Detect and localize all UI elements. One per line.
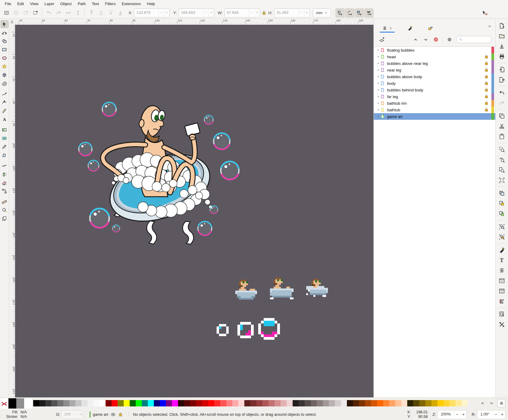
opacity-control[interactable]: O: 100−+ (56, 410, 83, 419)
color-swatch[interactable] (33, 400, 39, 406)
pen-tool[interactable] (1, 98, 8, 106)
layer-visibility-icon[interactable] (110, 412, 116, 417)
layer-row-bubbles-above-body[interactable]: bubbles above body (374, 73, 495, 80)
layer-row-bathtub[interactable]: bathtub (374, 107, 495, 113)
copy-button[interactable] (497, 111, 506, 120)
color-swatch[interactable] (75, 400, 81, 406)
menu-extensions[interactable]: Extensions (119, 1, 144, 7)
new-document-button[interactable] (497, 21, 506, 30)
color-swatch[interactable] (160, 400, 166, 406)
color-swatch[interactable] (293, 400, 299, 406)
zoom-to-selection-button[interactable] (497, 145, 506, 154)
color-swatch[interactable] (347, 400, 353, 406)
layer-row-bubbles-above-near-leg[interactable]: bubbles above near leg (374, 60, 495, 67)
duplicate-button[interactable] (497, 189, 506, 198)
zoom-to-drawing-button[interactable] (497, 155, 506, 164)
current-layer-indicator[interactable]: game art (90, 412, 123, 418)
color-swatch[interactable] (178, 400, 184, 406)
color-swatch[interactable] (456, 400, 462, 406)
paint-bucket-tool[interactable] (1, 151, 8, 159)
gray-swatch[interactable] (16, 398, 24, 409)
height-field[interactable]: 31.493−+ (274, 8, 310, 18)
expand-icon[interactable] (377, 68, 380, 72)
layers-dialog-button[interactable] (497, 266, 506, 275)
menu-file[interactable]: File (2, 1, 14, 7)
x-minus-button[interactable]: − (158, 9, 164, 17)
width-field[interactable]: 57.645−+ (224, 8, 260, 18)
units-dropdown[interactable]: mm (313, 8, 331, 18)
eraser-tool[interactable] (1, 179, 8, 186)
horizontal-ruler[interactable]: 4050607080901001101201301401501601701801… (15, 19, 373, 25)
rotate-cw-spin[interactable]: + (499, 410, 505, 419)
tab-fill-stroke[interactable] (405, 25, 414, 33)
lower-to-bottom-button[interactable] (116, 8, 125, 18)
xml-editor-button[interactable] (497, 276, 506, 285)
color-swatch[interactable] (184, 400, 190, 406)
guide-lock-toggle[interactable] (9, 19, 15, 25)
menu-help[interactable]: Help (144, 1, 158, 7)
close-tab-icon[interactable]: ✕ (389, 26, 392, 30)
snapping-toggle[interactable] (480, 8, 489, 18)
create-clone-button[interactable] (497, 199, 506, 208)
unlink-clone-button[interactable] (497, 209, 506, 218)
flip-horizontal-button[interactable] (64, 8, 73, 18)
spray-tool[interactable] (1, 170, 8, 178)
color-swatch[interactable] (275, 400, 281, 406)
preferences-button[interactable] (497, 320, 506, 329)
color-swatch[interactable] (51, 400, 57, 406)
layer-row-bubbles-behind-body[interactable]: bubbles behind body (374, 87, 495, 93)
print-document-button[interactable] (497, 52, 506, 61)
palette-scroll-down-button[interactable] (488, 400, 495, 407)
color-swatch[interactable] (443, 400, 449, 406)
menu-path[interactable]: Path (75, 1, 89, 7)
spiral-tool[interactable] (1, 79, 8, 87)
menu-object[interactable]: Object (57, 1, 75, 7)
vertical-ruler[interactable]: 5060708090100110120130140150160170180190… (9, 25, 15, 397)
color-swatch[interactable] (172, 400, 178, 406)
color-swatch[interactable] (196, 400, 202, 406)
color-swatch[interactable] (94, 400, 100, 406)
color-swatch[interactable] (202, 400, 208, 406)
lock-icon[interactable] (484, 68, 489, 72)
rotation-control[interactable]: R: 1.00°−+ (471, 410, 506, 419)
expand-icon[interactable] (377, 55, 380, 58)
color-swatch[interactable] (45, 400, 51, 406)
pages-tool[interactable] (1, 215, 8, 222)
layer-row-head[interactable]: head (374, 53, 495, 60)
color-swatch[interactable] (305, 400, 311, 406)
zoom-in-button[interactable]: + (460, 410, 466, 419)
raise-button[interactable] (97, 8, 106, 18)
layer-search-input[interactable] (464, 37, 489, 42)
color-swatch[interactable] (365, 400, 371, 406)
import-button[interactable] (497, 65, 506, 74)
color-swatch[interactable] (112, 400, 118, 406)
layer-row-bathtub-rim[interactable]: bathtub rim (374, 100, 495, 107)
color-swatch[interactable] (81, 400, 87, 406)
color-swatch[interactable] (142, 400, 148, 406)
lock-icon[interactable] (484, 81, 489, 85)
measure-tool[interactable] (1, 198, 8, 205)
color-swatch[interactable] (232, 400, 238, 406)
color-swatch[interactable] (353, 400, 359, 406)
lock-icon[interactable] (484, 74, 489, 79)
white-swatch[interactable] (24, 398, 32, 409)
color-swatch[interactable] (395, 400, 401, 406)
menu-layer[interactable]: Layer (41, 1, 57, 7)
expand-icon[interactable] (377, 62, 380, 65)
affect-corners-toggle[interactable] (345, 8, 354, 18)
menu-view[interactable]: View (27, 1, 41, 7)
layer-row-body[interactable]: body (374, 80, 495, 87)
resize-page-to-selection-button[interactable] (497, 176, 506, 185)
zoom-to-page-button[interactable] (497, 165, 506, 174)
opacity-minus-button[interactable]: − (73, 411, 78, 418)
color-swatch[interactable] (401, 400, 407, 406)
fill-stroke-indicator[interactable]: Fill:N/A Stroke:N/A (2, 410, 42, 419)
box-3d-tool[interactable] (1, 71, 8, 79)
color-swatch[interactable] (449, 400, 456, 406)
expand-icon[interactable] (377, 115, 380, 118)
cut-button[interactable] (497, 122, 506, 131)
expand-icon[interactable] (377, 75, 380, 78)
opacity-plus-button[interactable]: + (78, 411, 83, 418)
y-field[interactable]: 166.693−+ (179, 8, 214, 18)
pencil-tool[interactable] (1, 90, 8, 98)
